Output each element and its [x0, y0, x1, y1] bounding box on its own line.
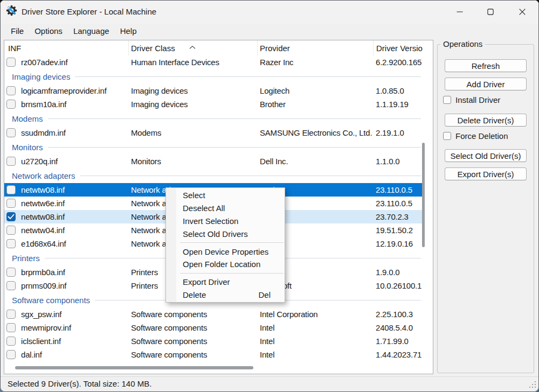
cell-provider: Intel	[260, 334, 274, 348]
checkbox-box[interactable]	[443, 96, 451, 104]
checkbox-box[interactable]	[443, 132, 451, 140]
cell-provider: Intel	[260, 348, 274, 361]
cell-version: 6.2.9200.165	[376, 55, 421, 69]
column-header-provider[interactable]: Provider	[260, 40, 290, 55]
row-checkbox[interactable]	[6, 323, 16, 332]
row-checkbox[interactable]	[6, 128, 16, 137]
context-menu-item-open-folder-location[interactable]: Open Folder Location	[166, 258, 285, 271]
row-checkbox[interactable]	[6, 281, 16, 290]
row-checkbox-checked[interactable]	[6, 212, 16, 221]
driver-row[interactable]: rz007adev.infHuman Interface DevicesRaze…	[4, 55, 422, 69]
row-checkbox[interactable]	[6, 86, 16, 95]
cell-version: 23.110.0.5	[376, 183, 412, 197]
context-menu-item-label: Open Device Properties	[183, 247, 268, 256]
cell-inf: iclsclient.inf	[21, 334, 61, 348]
cell-version: 1.1.0.0	[376, 155, 399, 168]
context-menu-item-select-old-drivers[interactable]: Select Old Drivers	[166, 227, 285, 240]
cell-version: 1.9.0.0	[376, 265, 399, 279]
driver-row[interactable]: iclsclient.infSoftware componentsIntel1.…	[4, 334, 422, 348]
menu-item-language[interactable]: Language	[69, 25, 114, 38]
operations-groupbox-title: Operations	[440, 40, 485, 48]
cell-driver-class: Monitors	[131, 155, 161, 168]
checkbox-label: Install Driver	[455, 96, 500, 104]
context-menu-item-delete[interactable]: DeleteDel	[166, 289, 285, 302]
driver-row[interactable]: mewmiprov.infSoftware componentsIntel240…	[4, 321, 422, 334]
row-checkbox[interactable]	[6, 337, 16, 346]
cell-provider: Logitech	[260, 84, 289, 97]
column-header-driver-version[interactable]: Driver Versio	[376, 40, 423, 55]
group-header-label: Monitors	[12, 143, 43, 152]
row-checkbox[interactable]	[6, 199, 16, 208]
context-menu-item-label: Select Old Drivers	[183, 229, 248, 239]
context-menu-item-label: Select	[183, 191, 205, 200]
cell-driver-class: Software components	[131, 348, 207, 361]
row-checkbox[interactable]	[6, 268, 16, 277]
column-separator	[373, 40, 374, 55]
cell-inf: netwtw04.inf	[21, 223, 65, 237]
resize-grip[interactable]	[529, 381, 537, 389]
window-title: Driver Store Explorer - Local Machine	[22, 1, 156, 23]
refresh-button[interactable]: Refresh	[445, 59, 527, 72]
row-checkbox[interactable]	[6, 226, 16, 235]
delete-driver-s-button[interactable]: Delete Driver(s)	[445, 114, 527, 127]
driver-row[interactable]: brnsm10a.infImaging devicesBrother1.1.19…	[4, 97, 422, 111]
group-header-row: Monitors	[4, 139, 422, 155]
select-old-driver-s-button[interactable]: Select Old Driver(s)	[445, 149, 527, 162]
cell-provider: Brother	[260, 97, 286, 111]
context-menu-item-invert-selection[interactable]: Invert Selection	[166, 215, 285, 228]
menu-item-file[interactable]: File	[6, 25, 28, 38]
group-header-line	[75, 76, 421, 77]
horizontal-scrollbar-thumb[interactable]	[15, 366, 253, 369]
context-menu-item-select[interactable]: Select	[166, 189, 285, 202]
cell-inf: netwtw08.inf	[21, 210, 65, 223]
cell-version: 2408.5.4.0	[376, 321, 413, 334]
cell-provider: Dell Inc.	[260, 155, 288, 168]
row-checkbox[interactable]	[6, 239, 16, 248]
context-menu-item-deselect-all[interactable]: Deselect All	[166, 202, 285, 215]
row-checkbox[interactable]	[6, 310, 16, 319]
context-menu-item-export-driver[interactable]: Export Driver	[166, 276, 285, 289]
driver-row[interactable]: ssudmdm.infModemsSAMSUNG Electronics Co.…	[4, 126, 422, 139]
column-header-inf[interactable]: INF	[8, 40, 21, 55]
group-header-label: Software components	[12, 296, 90, 305]
cell-provider: SAMSUNG Electronics Co., Ltd.	[260, 126, 372, 139]
cell-inf: e1d68x64.inf	[21, 237, 66, 250]
cell-driver-class: Software components	[131, 334, 207, 348]
add-driver-button[interactable]: Add Driver	[445, 78, 527, 90]
close-button[interactable]	[510, 1, 535, 23]
driver-row[interactable]: dal.infSoftware componentsIntel1.44.2023…	[4, 348, 422, 361]
cell-inf: rz007adev.inf	[21, 55, 67, 69]
row-checkbox[interactable]	[6, 100, 16, 109]
minimize-button[interactable]	[447, 1, 472, 23]
row-checkbox[interactable]	[6, 350, 16, 359]
cell-provider: Intel Corporation	[260, 307, 318, 321]
context-menu-item-open-device-properties[interactable]: Open Device Properties	[166, 245, 285, 258]
group-header-label: Modems	[12, 114, 43, 123]
driver-row[interactable]: sgx_psw.infSoftware componentsIntel Corp…	[4, 307, 422, 321]
row-checkbox[interactable]	[6, 157, 16, 166]
maximize-button[interactable]	[478, 1, 503, 23]
context-menu-separator	[180, 242, 284, 243]
cell-provider: Intel	[260, 321, 274, 334]
cell-inf: brnsm10a.inf	[21, 97, 66, 111]
cell-driver-class: Imaging devices	[131, 97, 188, 111]
vertical-scrollbar-thumb[interactable]	[422, 143, 425, 247]
cell-provider: Razer Inc	[260, 55, 293, 69]
menu-item-options[interactable]: Options	[30, 25, 67, 38]
driver-row[interactable]: logicamframeprovider.infImaging devicesL…	[4, 84, 422, 97]
row-checkbox[interactable]	[6, 58, 16, 67]
cell-inf: dal.inf	[21, 348, 42, 361]
context-menu-item-label: Invert Selection	[183, 216, 238, 226]
cell-version: 2.19.1.0	[376, 126, 404, 139]
group-header-label: Printers	[12, 254, 40, 263]
context-menu-separator	[180, 273, 284, 274]
export-driver-s-button[interactable]: Export Driver(s)	[445, 167, 527, 180]
cell-driver-class: Human Interface Devices	[131, 55, 219, 69]
row-checkbox[interactable]	[6, 185, 16, 194]
column-header-driver-class[interactable]: Driver Class	[131, 40, 175, 55]
menu-item-help[interactable]: Help	[116, 25, 141, 38]
cell-inf: prnms009.inf	[21, 279, 66, 292]
list-header: INF Driver Class Provider Driver Versio	[4, 40, 422, 55]
driver-row[interactable]: u2720q.infMonitorsDell Inc.1.1.0.0	[4, 155, 422, 168]
group-header-row: Modems	[4, 111, 422, 126]
